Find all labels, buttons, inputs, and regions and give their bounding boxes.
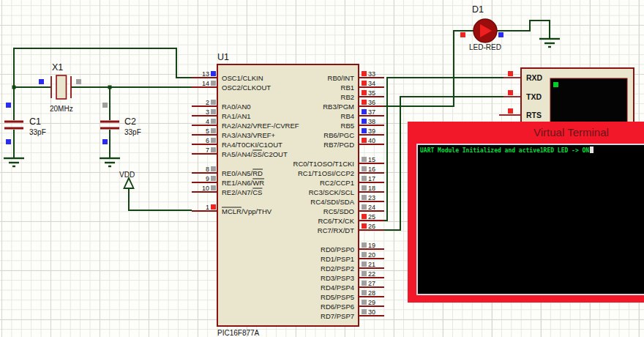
pin-label: MCLR/Vpp/THV (222, 207, 272, 215)
pin-number: 36 (368, 99, 375, 106)
pin-number: 14 (202, 80, 209, 87)
pin-number: 19 (368, 242, 375, 249)
pin-state-indicator (362, 195, 367, 200)
pin-number: 21 (368, 261, 375, 268)
pin-state-indicator (211, 119, 216, 124)
pin-state-indicator (362, 138, 367, 143)
pin-label: RC0/T1OSO/T1CKI (293, 160, 354, 168)
pin-number: 39 (368, 127, 375, 135)
pin-number: 3 (206, 108, 209, 116)
crystal-value: 20MHz (50, 105, 73, 113)
terminal-screen[interactable]: UART Module Initialized and active1RED L… (416, 144, 644, 295)
pin-state-indicator (211, 81, 216, 86)
pin-label: RB0/INT (328, 74, 355, 82)
pin-label: RA4/T0CKI/C1OUT (222, 141, 282, 149)
pin-label: RD6/PSP6 (321, 303, 354, 311)
mcu-part-number: PIC16F877A (217, 329, 260, 337)
power-flag-vdd[interactable]: VDD (119, 171, 135, 188)
pin-number: 25 (368, 213, 375, 221)
pin-label: RA0/AN0 (222, 103, 251, 111)
pin-state-indicator (362, 223, 367, 229)
pin-number: 26 (368, 223, 375, 230)
pin-label: RB1 (341, 84, 354, 92)
pin-number: 16 (368, 166, 375, 173)
vterm-pin-label: RXD (526, 73, 543, 82)
pin-label: RD0/PSP0 (321, 245, 354, 253)
pin-state-indicator (508, 90, 513, 95)
pin-label: OSC2/CLKOUT (222, 84, 271, 92)
pin-label: RC3/SCK/SCL (309, 188, 354, 196)
power-flag-label: VDD (119, 171, 135, 179)
pin-state-indicator (362, 71, 367, 76)
pin-number: 13 (202, 70, 209, 78)
wire-led-gnd[interactable] (497, 21, 550, 39)
pin-state-indicator (211, 176, 216, 181)
pin-label: RA5/AN4/SS/C2OUT (222, 150, 288, 158)
pin-number: 4 (206, 118, 209, 125)
pin-state-indicator (508, 71, 513, 76)
led-part: LED-RED (469, 43, 501, 51)
wire-vdd-mclr[interactable] (129, 188, 192, 210)
c2-ref: C2 (124, 116, 136, 127)
pin-state-indicator (460, 32, 465, 37)
pin-state-indicator (362, 176, 367, 181)
pin-state-indicator (211, 166, 216, 171)
pin-number: 15 (368, 156, 375, 163)
pin-label: RA2/AN2/VREF-/CVREF (222, 122, 299, 130)
vterm-pin-label: TXD (526, 92, 542, 101)
junction-dot (108, 86, 112, 89)
pin-state-indicator (362, 100, 367, 105)
pin-state-indicator (362, 281, 367, 286)
pin-label: RC7/RX/DT (318, 226, 354, 234)
pin-number: 6 (206, 137, 209, 144)
pin-state-indicator (362, 128, 367, 133)
pin-number: 9 (206, 175, 209, 182)
pin-number: 33 (368, 70, 375, 78)
pin-state-indicator (362, 309, 367, 314)
led-d1[interactable]: D1 LED-RED (460, 4, 503, 51)
virtual-terminal-title: Virtual Terminal (533, 126, 609, 138)
capacitor-c2[interactable]: C2 33pF (100, 103, 141, 144)
pin-state-indicator (362, 166, 367, 171)
schematic-canvas: VDD X1 20MHz C1 33pF C2 3 (0, 0, 644, 337)
pin-label: RD5/PSP5 (321, 293, 354, 301)
c1-value: 33pF (29, 128, 46, 136)
pin-number: 17 (368, 175, 375, 182)
pin-label: RB5 (341, 122, 354, 130)
pin-state-indicator (102, 103, 108, 108)
pin-number: 28 (368, 289, 375, 297)
pin-state-indicator (498, 32, 503, 37)
ground-symbol-c2[interactable] (100, 158, 120, 166)
vterm-cursor-block (553, 82, 558, 87)
ground-symbol-led[interactable] (539, 39, 560, 47)
pin-state-indicator (362, 109, 367, 114)
pin-number: 23 (368, 194, 375, 201)
pin-state-indicator (362, 300, 367, 305)
pin-label: RA1/AN1 (222, 112, 251, 120)
pin-label: RD2/PSP2 (321, 264, 354, 273)
pin-number: 5 (206, 127, 209, 135)
c2-value: 33pF (124, 128, 141, 136)
capacitor-c1[interactable]: C1 33pF (4, 103, 46, 144)
pin-label: RB6/PGC (323, 131, 354, 139)
pin-number: 18 (368, 185, 375, 192)
pin-state-indicator (362, 81, 367, 86)
pin-label: RD4/PSP4 (321, 284, 354, 292)
virtual-terminal-titlebar[interactable]: Virtual Terminal (533, 126, 609, 138)
mcu-u1[interactable]: U1 PIC16F877A 13OSC1/CLKIN14OSC2/CLKOUT2… (192, 52, 384, 337)
virtual-terminal-window[interactable]: Virtual Terminal UART Module Initialized… (408, 122, 644, 303)
pin-number: 10 (202, 185, 209, 192)
pin-state-indicator (211, 109, 216, 114)
pin-label: RC2/CCP1 (320, 179, 354, 187)
pin-state-indicator (211, 204, 216, 210)
wire-rb3-led[interactable] (384, 31, 473, 106)
ground-symbol-c1[interactable] (4, 158, 24, 166)
pin-state-indicator (362, 271, 367, 276)
pin-state-indicator (211, 138, 216, 143)
pin-number: 40 (368, 137, 375, 144)
pin-state-indicator (362, 214, 367, 219)
pin-number: 24 (368, 204, 375, 211)
mcu-ref: U1 (217, 52, 229, 62)
pin-state-indicator (211, 71, 216, 76)
pin-state-indicator (211, 128, 216, 133)
